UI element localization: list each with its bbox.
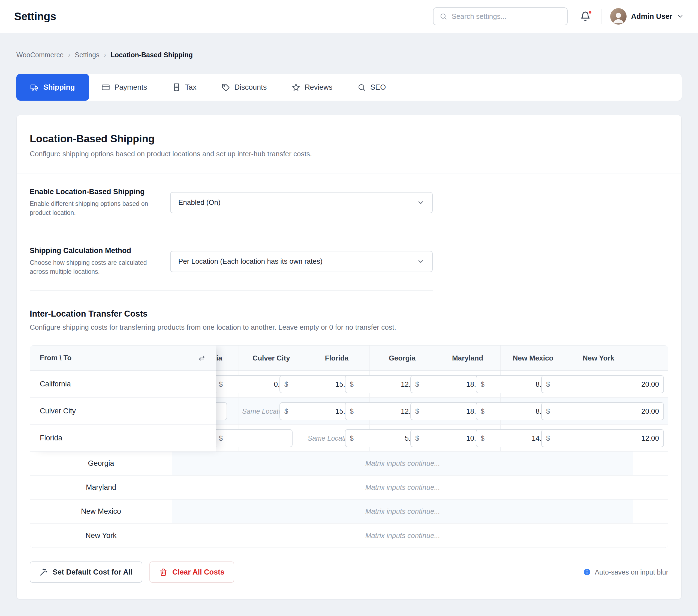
breadcrumb-separator: › bbox=[104, 51, 106, 59]
matrix-row-filler bbox=[633, 476, 668, 499]
cost-input-florida-to-culver-city[interactable] bbox=[225, 434, 288, 443]
cost-input-culver-city-to-georgia[interactable] bbox=[357, 407, 419, 416]
matrix-column-header-new-york: New York bbox=[566, 346, 631, 370]
breadcrumb-item-woocommerce[interactable]: WooCommerce bbox=[16, 51, 64, 59]
trash-icon bbox=[159, 568, 167, 576]
currency-symbol: $ bbox=[481, 407, 485, 415]
matrix-title: Inter-Location Transfer Costs bbox=[30, 309, 668, 319]
currency-symbol: $ bbox=[219, 434, 223, 442]
setting-label: Enable Location-Based Shipping bbox=[30, 187, 169, 196]
setting-label: Shipping Calculation Method bbox=[30, 247, 169, 255]
matrix-row-filler bbox=[633, 523, 668, 548]
chevron-down-icon bbox=[417, 199, 424, 207]
cost-input-california-to-new-york[interactable] bbox=[553, 380, 659, 389]
tag-icon bbox=[222, 83, 230, 92]
set-default-cost-button[interactable]: Set Default Cost for All bbox=[30, 561, 142, 583]
setting-label-block: Enable Location-Based Shipping Enable di… bbox=[30, 187, 169, 218]
matrix-actions: Set Default Cost for All Clear All Costs… bbox=[30, 561, 668, 583]
info-icon bbox=[583, 568, 591, 576]
matrix-row-filler bbox=[633, 500, 668, 523]
breadcrumb-separator: › bbox=[68, 51, 70, 59]
tab-discounts[interactable]: Discounts bbox=[209, 74, 279, 101]
clear-all-costs-label: Clear All Costs bbox=[172, 568, 224, 576]
notification-dot bbox=[588, 10, 592, 14]
cost-input-california-to-new-mexico[interactable] bbox=[487, 380, 549, 389]
search-input[interactable] bbox=[451, 12, 561, 21]
matrix-row-label-florida: Florida bbox=[30, 424, 216, 451]
cost-input-florida-to-maryland[interactable] bbox=[422, 434, 484, 443]
search-icon bbox=[439, 13, 447, 20]
tab-label: Discounts bbox=[235, 83, 267, 92]
tab-seo[interactable]: SEO bbox=[345, 74, 399, 101]
user-name: Admin User bbox=[631, 12, 672, 21]
tab-reviews[interactable]: Reviews bbox=[279, 74, 345, 101]
matrix-row-maryland: MarylandMatrix inputs continue... bbox=[30, 476, 668, 500]
matrix-corner-header: From \ To bbox=[30, 346, 216, 370]
swap-icon[interactable] bbox=[198, 354, 206, 362]
currency-symbol: $ bbox=[350, 407, 354, 415]
cost-input-florida-to-georgia[interactable] bbox=[357, 434, 419, 443]
cost-input-culver-city-to-new-york[interactable] bbox=[553, 407, 659, 416]
cost-input-culver-city-to-new-mexico[interactable] bbox=[487, 407, 549, 416]
matrix-row-label-new-mexico: New Mexico bbox=[30, 500, 172, 523]
breadcrumb-item-settings[interactable]: Settings bbox=[75, 51, 99, 59]
tab-payments[interactable]: Payments bbox=[89, 74, 159, 101]
cost-input-florida-to-new-mexico[interactable] bbox=[487, 434, 549, 443]
clear-all-costs-button[interactable]: Clear All Costs bbox=[150, 561, 234, 583]
avatar bbox=[610, 8, 627, 25]
matrix-continue-note: Matrix inputs continue... bbox=[172, 500, 633, 523]
currency-symbol: $ bbox=[219, 380, 223, 388]
cost-input-culver-city-to-florida[interactable] bbox=[291, 407, 353, 416]
currency-symbol: $ bbox=[415, 407, 419, 415]
cost-input-california-to-georgia[interactable] bbox=[357, 380, 419, 389]
app-title: Settings bbox=[14, 10, 56, 23]
cost-cell-florida-to-new-york: $ bbox=[541, 429, 664, 447]
setting-help: Choose how shipping costs are calculated… bbox=[30, 258, 151, 277]
currency-symbol: $ bbox=[415, 380, 419, 388]
cost-input-california-to-culver-city[interactable] bbox=[225, 380, 288, 389]
matrix-continue-note: Matrix inputs continue... bbox=[172, 476, 633, 499]
top-header: Settings Admin User bbox=[0, 0, 698, 33]
search-icon bbox=[358, 83, 366, 92]
currency-symbol: $ bbox=[546, 380, 550, 388]
matrix-description: Configure shipping costs for transferrin… bbox=[30, 323, 668, 332]
user-menu[interactable]: Admin User bbox=[610, 8, 684, 25]
wand-icon bbox=[40, 568, 48, 576]
matrix-row-label-culver-city: Culver City bbox=[30, 397, 216, 424]
currency-symbol: $ bbox=[546, 407, 550, 415]
matrix-row-filler bbox=[633, 451, 668, 475]
matrix-row-georgia: GeorgiaMatrix inputs continue... bbox=[30, 451, 668, 476]
tab-shipping[interactable]: Shipping bbox=[16, 74, 89, 101]
enable-shipping-select[interactable]: Enabled (On) bbox=[170, 192, 433, 213]
setting-help: Enable different shipping options based … bbox=[30, 199, 151, 218]
notifications-button[interactable] bbox=[578, 10, 592, 23]
autosave-note-text: Auto-saves on input blur bbox=[595, 568, 668, 576]
truck-icon bbox=[30, 83, 39, 92]
matrix-column-header-new-mexico: New Mexico bbox=[500, 346, 566, 370]
cost-cell-culver-city-to-new-york: $ bbox=[541, 402, 664, 420]
autosave-note: Auto-saves on input blur bbox=[583, 568, 668, 576]
cost-input-california-to-maryland[interactable] bbox=[422, 380, 484, 389]
cost-input-california-to-florida[interactable] bbox=[291, 380, 353, 389]
matrix-sticky-column: From \ ToCaliforniaCulver CityFlorida bbox=[30, 346, 216, 451]
cost-cell-california-to-new-york: $ bbox=[541, 375, 664, 393]
matrix-column-header-maryland: Maryland bbox=[435, 346, 500, 370]
chevron-down-icon bbox=[417, 258, 424, 265]
transfer-matrix: CaliforniaCulver CityFloridaGeorgiaMaryl… bbox=[30, 345, 668, 548]
receipt-icon bbox=[172, 83, 181, 92]
currency-symbol: $ bbox=[546, 434, 550, 442]
matrix-column-header-florida: Florida bbox=[304, 346, 369, 370]
setting-row-calculation-method: Shipping Calculation Method Choose how s… bbox=[30, 232, 433, 291]
currency-symbol: $ bbox=[350, 380, 354, 388]
calculation-method-select[interactable]: Per Location (Each location has its own … bbox=[170, 251, 433, 272]
matrix-row-new-york: New YorkMatrix inputs continue... bbox=[30, 523, 668, 548]
settings-search[interactable] bbox=[433, 8, 568, 25]
currency-symbol: $ bbox=[284, 380, 288, 388]
tab-tax[interactable]: Tax bbox=[160, 74, 209, 101]
cost-input-culver-city-to-maryland[interactable] bbox=[422, 407, 484, 416]
setting-row-enable-shipping: Enable Location-Based Shipping Enable di… bbox=[30, 173, 433, 232]
setting-label-block: Shipping Calculation Method Choose how s… bbox=[30, 247, 169, 277]
currency-symbol: $ bbox=[481, 434, 485, 442]
cost-input-florida-to-new-york[interactable] bbox=[553, 434, 659, 443]
settings-card: Location-Based Shipping Configure shippi… bbox=[16, 115, 682, 599]
